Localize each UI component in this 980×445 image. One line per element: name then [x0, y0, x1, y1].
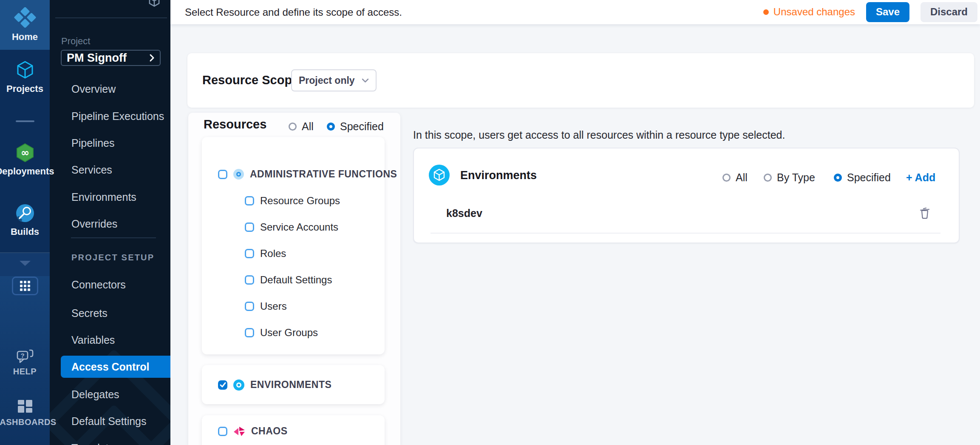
chaos-icon — [233, 426, 245, 437]
rail-item-help[interactable]: ? HELP — [0, 348, 50, 377]
check-icon — [220, 382, 226, 388]
chevron-down-icon — [20, 261, 31, 266]
resource-sub-row: Resource Groups — [245, 195, 340, 207]
user-groups-checkbox[interactable] — [245, 328, 254, 337]
dashboards-icon — [18, 400, 32, 414]
projects-cube-icon — [15, 60, 35, 80]
save-button[interactable]: Save — [866, 2, 909, 22]
sidebar-item-variables[interactable]: Variables — [71, 334, 115, 346]
env-radio-by-type[interactable]: By Type — [764, 171, 815, 184]
roles-checkbox[interactable] — [245, 249, 254, 258]
resource-group-label: ADMINISTRATIVE FUNCTIONS — [250, 168, 397, 180]
resource-groups-checkbox[interactable] — [245, 196, 254, 205]
sidebar-item-access-control[interactable]: Access Control — [61, 356, 170, 378]
sub-item-label: Roles — [260, 248, 286, 260]
module-rail: Home Projects ∞ Deployments — [0, 0, 50, 445]
resource-sub-row: Default Settings — [245, 274, 332, 286]
radio-icon — [722, 174, 731, 182]
resources-radio-specified[interactable]: Specified — [327, 120, 384, 133]
service-accounts-checkbox[interactable] — [245, 222, 254, 232]
admin-functions-icon — [233, 169, 244, 180]
divider — [431, 233, 940, 234]
users-checkbox[interactable] — [245, 302, 254, 311]
sidebar-item-pipelines[interactable]: Pipelines — [71, 137, 114, 149]
sub-item-label: Users — [260, 300, 287, 312]
header-actions: Unsaved changes Save Discard — [763, 1, 977, 23]
resource-group-card-admin: ADMINISTRATIVE FUNCTIONS Resource Groups… — [202, 137, 385, 354]
environments-big-icon — [429, 165, 450, 185]
sidebar-item-pipeline-executions[interactable]: Pipeline Executions — [71, 110, 164, 123]
resource-scope-dropdown[interactable]: Project only — [291, 69, 377, 91]
environment-item-name: k8sdev — [446, 207, 482, 220]
environments-card-title: Environments — [460, 169, 537, 182]
sidebar-item-environments[interactable]: Environments — [71, 191, 136, 203]
sidebar-item-overview[interactable]: Overview — [71, 83, 116, 95]
resource-group-row: ENVIRONMENTS — [218, 379, 331, 391]
rail-item-builds[interactable]: Builds — [0, 201, 50, 240]
radio-label: Specified — [340, 120, 384, 133]
rail-item-projects[interactable]: Projects — [0, 56, 50, 98]
radio-label: All — [736, 171, 748, 184]
scope-cube-icon — [148, 0, 161, 7]
discard-button[interactable]: Discard — [921, 2, 977, 22]
env-radio-specified[interactable]: Specified — [834, 171, 891, 184]
resource-group-label: CHAOS — [251, 425, 288, 437]
rail-item-dashboards[interactable]: DASHBOARDS — [0, 399, 50, 428]
chevron-right-icon — [149, 53, 155, 63]
sub-item-label: Resource Groups — [260, 195, 340, 207]
harness-home-icon — [14, 7, 36, 28]
svg-text:∞: ∞ — [21, 147, 29, 159]
divider — [55, 17, 167, 18]
resource-sub-row: User Groups — [245, 327, 318, 339]
resource-sub-row: Users — [245, 300, 287, 312]
rail-item-label: HELP — [13, 367, 37, 377]
sidebar-item-templates[interactable]: Templates — [71, 442, 120, 445]
sidebar-item-services[interactable]: Services — [71, 164, 112, 176]
rail-item-label: Projects — [6, 83, 43, 94]
resource-group-card-environments: ENVIRONMENTS — [202, 365, 385, 404]
builds-icon — [16, 204, 34, 222]
rail-item-home[interactable]: Home — [0, 0, 50, 50]
radio-label: All — [302, 120, 314, 133]
sidebar-item-default-settings[interactable]: Default Settings — [71, 415, 147, 428]
resources-title: Resources — [204, 117, 266, 131]
module-picker-button[interactable] — [0, 277, 50, 295]
project-sidebar: Project PM Signoff Overview Pipeline Exe… — [50, 0, 170, 445]
sidebar-item-overrides[interactable]: Overrides — [71, 218, 117, 230]
project-section-label: Project — [61, 36, 90, 47]
rail-item-deployments[interactable]: ∞ Deployments — [0, 140, 50, 180]
environments-icon — [233, 379, 244, 391]
resource-group-label: ENVIRONMENTS — [250, 379, 331, 391]
chaos-checkbox[interactable] — [218, 427, 227, 436]
resources-radio-all[interactable]: All — [289, 120, 314, 133]
resource-group-card-chaos: CHAOS — [202, 415, 385, 445]
resource-sub-row: Roles — [245, 248, 286, 260]
help-chat-icon: ? — [16, 348, 34, 363]
rail-mini-divider — [16, 120, 34, 122]
radio-label: By Type — [777, 171, 815, 184]
rail-item-label: Home — [12, 31, 38, 43]
sub-item-label: Service Accounts — [260, 221, 338, 233]
env-radio-all[interactable]: All — [722, 171, 748, 184]
project-name: PM Signoff — [67, 51, 149, 65]
environments-checkbox-checked[interactable] — [218, 380, 227, 390]
admin-functions-checkbox[interactable] — [218, 170, 227, 179]
svg-text:?: ? — [20, 352, 24, 359]
default-settings-checkbox[interactable] — [245, 275, 254, 285]
delete-trash-icon[interactable] — [919, 206, 930, 219]
sidebar-item-delegates[interactable]: Delegates — [71, 388, 119, 401]
unsaved-changes-indicator: Unsaved changes — [763, 6, 855, 18]
rail-item-label: Deployments — [0, 166, 54, 177]
resource-group-row: CHAOS — [218, 425, 288, 437]
sub-item-label: Default Settings — [260, 274, 332, 286]
radio-icon — [289, 123, 297, 131]
app-window: Home Projects ∞ Deployments — [0, 0, 980, 445]
unsaved-label: Unsaved changes — [773, 6, 855, 18]
project-selector[interactable]: PM Signoff — [61, 50, 161, 66]
sidebar-item-secrets[interactable]: Secrets — [71, 307, 108, 319]
sidebar-item-connectors[interactable]: Connectors — [71, 279, 126, 291]
rail-collapse-control[interactable] — [0, 259, 50, 268]
rail-item-label: Builds — [11, 226, 39, 237]
add-environment-button[interactable]: + Add — [906, 171, 935, 184]
radio-label: Specified — [847, 171, 891, 184]
